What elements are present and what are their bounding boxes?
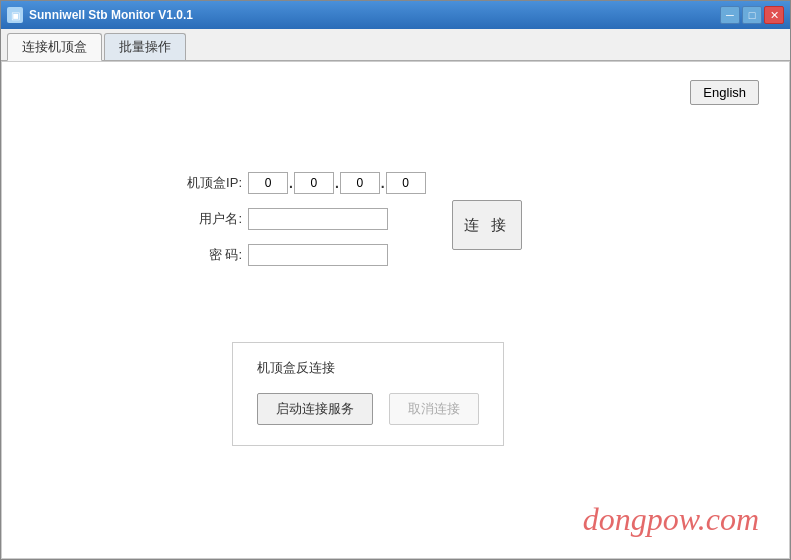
password-row: 密 码:: [182, 244, 426, 266]
app-icon: ▣: [7, 7, 23, 23]
ip-dot-3: .: [381, 175, 385, 191]
username-input[interactable]: [248, 208, 388, 230]
reverse-section: 机顶盒反连接 启动连接服务 取消连接: [232, 342, 504, 446]
ip-octet-3[interactable]: [340, 172, 380, 194]
ip-row: 机顶盒IP: . . .: [182, 172, 426, 194]
ip-dot-1: .: [289, 175, 293, 191]
ip-octet-4[interactable]: [386, 172, 426, 194]
username-label: 用户名:: [182, 210, 242, 228]
main-window: ▣ Sunniwell Stb Monitor V1.0.1 ─ □ ✕ 连接机…: [0, 0, 791, 560]
tab-bar: 连接机顶盒 批量操作: [1, 29, 790, 61]
tab-connect[interactable]: 连接机顶盒: [7, 33, 102, 61]
stb-ip-label: 机顶盒IP:: [182, 174, 242, 192]
english-button[interactable]: English: [690, 80, 759, 105]
maximize-button[interactable]: □: [742, 6, 762, 24]
connect-button[interactable]: 连 接: [452, 200, 522, 250]
start-service-button[interactable]: 启动连接服务: [257, 393, 373, 425]
window-controls: ─ □ ✕: [720, 6, 784, 24]
password-input[interactable]: [248, 244, 388, 266]
username-row: 用户名:: [182, 208, 426, 230]
form-section: 机顶盒IP: . . . 用户名: 密 码:: [182, 172, 426, 266]
title-bar-left: ▣ Sunniwell Stb Monitor V1.0.1: [7, 7, 193, 23]
title-bar: ▣ Sunniwell Stb Monitor V1.0.1 ─ □ ✕: [1, 1, 790, 29]
window-title: Sunniwell Stb Monitor V1.0.1: [29, 8, 193, 22]
tab-batch[interactable]: 批量操作: [104, 33, 186, 60]
ip-input-container: . . .: [248, 172, 426, 194]
reverse-buttons: 启动连接服务 取消连接: [257, 393, 479, 425]
password-label: 密 码:: [182, 246, 242, 264]
reverse-title: 机顶盒反连接: [257, 359, 479, 377]
ip-octet-2[interactable]: [294, 172, 334, 194]
minimize-button[interactable]: ─: [720, 6, 740, 24]
close-button[interactable]: ✕: [764, 6, 784, 24]
ip-octet-1[interactable]: [248, 172, 288, 194]
watermark: dongpow.com: [583, 501, 759, 538]
ip-dot-2: .: [335, 175, 339, 191]
cancel-connect-button[interactable]: 取消连接: [389, 393, 479, 425]
content-area: English 机顶盒IP: . . . 用户名:: [1, 61, 790, 559]
